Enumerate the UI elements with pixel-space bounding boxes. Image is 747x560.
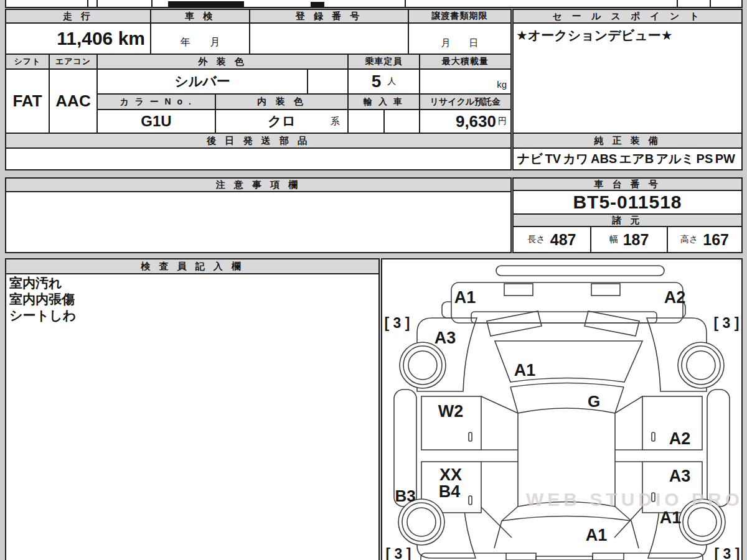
- recycle-deposit-unit: 円: [498, 116, 507, 127]
- interior-color-header: 内 装 色: [215, 93, 349, 110]
- spec-height: 高さ 167: [667, 226, 743, 253]
- cowl-line: [510, 383, 624, 388]
- mileage-header: 走 行: [5, 9, 151, 24]
- chassis-number-header: 車 台 番 号: [512, 177, 743, 191]
- damage-label-front-left-fender: A3: [435, 329, 456, 347]
- cutoff-text-fragment: [168, 1, 244, 7]
- equipment-item: ABS: [591, 152, 617, 166]
- max-load-header: 最大積載量: [419, 54, 512, 70]
- cutoff-cell-border: [405, 0, 406, 8]
- equipment-item: カワ: [563, 151, 589, 167]
- exterior-color-value: シルバー: [96, 68, 308, 95]
- right-sill: [707, 390, 730, 506]
- later-parts-value: [5, 147, 512, 170]
- inspector-body: 室内汚れ 室内内張傷 シートしわ: [5, 273, 380, 560]
- equipment-item: ナビ: [517, 151, 543, 167]
- later-parts-header: 後 日 発 送 部 品: [5, 133, 512, 149]
- spec-length-value: 487: [550, 231, 576, 249]
- inspector-note-line: 室内汚れ: [9, 275, 375, 291]
- interior-color-suffix: 系: [331, 116, 340, 128]
- b-pillar-bands: [481, 450, 642, 462]
- import-car-cell-1: [347, 109, 385, 134]
- registration-value: [249, 22, 409, 55]
- sales-point-header: セ ー ル ス ポ イ ン ト: [512, 9, 743, 24]
- exterior-color-header: 外 装 色: [96, 54, 349, 70]
- import-car-cell-2: [383, 109, 420, 134]
- damage-label-rear-right-door: A3: [669, 467, 691, 485]
- mileage-value: 11,406 km: [5, 22, 151, 55]
- equipment-item: TV: [545, 152, 561, 166]
- auction-sheet: { "info": { "mileage": {"label":"走 行", "…: [0, 0, 747, 560]
- damage-label-front-left-door: W2: [438, 402, 464, 421]
- exterior-color-sub-cell: [307, 68, 349, 95]
- cutoff-text-fragment: [311, 2, 324, 7]
- front-bumper: [451, 282, 683, 323]
- shaken-header: 車 検: [150, 9, 250, 24]
- import-car-header: 輸 入 車: [347, 93, 420, 110]
- spec-length: 長さ 487: [512, 226, 591, 253]
- cutoff-top-row: [5, 0, 743, 8]
- equipment-header: 純 正 装 備: [512, 133, 743, 149]
- max-load-value: kg: [419, 68, 512, 95]
- damage-label-hood: A1: [514, 361, 536, 380]
- equipment-row: ナビ TV カワ ABS エアB アルミ PS PW: [512, 147, 743, 170]
- damage-label-left-sill: B3: [395, 487, 415, 505]
- trunk-top-arc: [502, 516, 631, 521]
- spec-height-label: 高さ: [680, 234, 698, 245]
- cutoff-cell-border: [151, 0, 153, 8]
- tire-mark-rear-right: [ 3 ]: [715, 546, 740, 560]
- equipment-item: アルミ: [656, 151, 694, 167]
- damage-label-rear-left-door-upper: XX: [439, 465, 462, 484]
- windshield-top-arc: [518, 408, 615, 413]
- shift-value: FAT: [5, 68, 50, 134]
- rear-step-right: [593, 553, 624, 560]
- front-bumper-strip: [496, 266, 664, 276]
- inspector-note-line: シートしわ: [9, 307, 375, 324]
- equipment-item: エアB: [619, 151, 654, 167]
- spec-height-value: 167: [703, 231, 729, 249]
- specs-header: 諸 元: [512, 213, 743, 227]
- tire-mark-front-right: [ 3 ]: [714, 315, 740, 331]
- capacity-value: 5 人: [347, 68, 420, 95]
- notes-header: 注 意 事 項 欄: [5, 177, 512, 192]
- spec-width-label: 幅: [609, 234, 618, 245]
- equipment-item: PW: [715, 152, 735, 166]
- rear-window-arc: [518, 502, 615, 507]
- aircon-header: エアコン: [49, 54, 98, 70]
- interior-color-text: クロ: [268, 112, 296, 131]
- chassis-number-value: BT5-011518: [512, 190, 743, 215]
- cutoff-cell-border: [87, 0, 88, 8]
- mileage-text: 11,406 km: [57, 28, 145, 49]
- transfer-deadline-value: 月 日: [408, 22, 512, 55]
- equipment-item: PS: [697, 152, 713, 166]
- cutoff-cell-border: [96, 0, 98, 8]
- damage-label-front-right-door: A2: [669, 429, 691, 448]
- shaken-value: 年 月: [150, 22, 250, 55]
- a-pillars: [510, 387, 624, 413]
- cutoff-cell-border: [677, 0, 678, 8]
- spec-width: 幅 187: [590, 226, 668, 253]
- rear-step-left: [506, 553, 536, 560]
- shift-header: シフト: [5, 54, 50, 70]
- capacity-number: 5: [372, 72, 382, 91]
- color-no-header: カ ラ ー N o .: [96, 93, 216, 110]
- registration-header: 登 録 番 号: [249, 9, 409, 24]
- interior-color-value: クロ 系: [215, 109, 349, 134]
- inspector-header: 検 査 員 記 入 欄: [5, 258, 380, 274]
- tire-mark-front-left: [ 3 ]: [385, 315, 410, 331]
- damage-label-front-bumper-right: A2: [664, 288, 686, 307]
- capacity-unit: 人: [387, 76, 396, 87]
- damage-diagram-box: A1 A2 [ 3 ] [ 3 ] A3 A1 G W2 A2 XX A3 B3…: [381, 258, 743, 560]
- damage-label-trunk: A1: [586, 526, 608, 544]
- damage-label-front-bumper-left: A1: [454, 288, 476, 307]
- damage-label-windshield: G: [588, 392, 600, 411]
- damage-label-rear-right-fender: A1: [660, 508, 682, 527]
- damage-label-rear-left-door-lower: B4: [439, 482, 461, 501]
- cutoff-cell-border: [710, 0, 711, 8]
- notes-body: [5, 191, 512, 253]
- sales-point-body: ★オークションデビュー★: [512, 22, 743, 134]
- roof-sides: [518, 413, 615, 506]
- transfer-deadline-header: 譲渡書類期限: [408, 9, 512, 24]
- spec-width-value: 187: [623, 231, 649, 249]
- rear-quarter-lines: [481, 507, 642, 538]
